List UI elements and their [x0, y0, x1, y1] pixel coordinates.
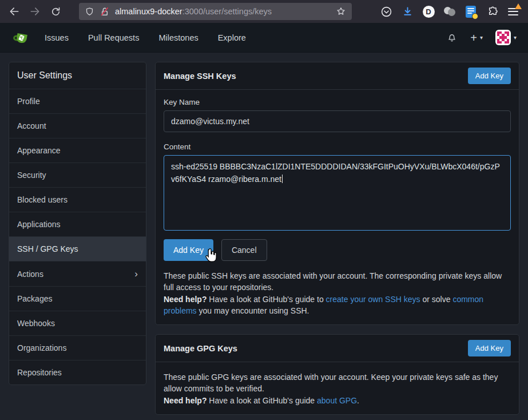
ssh-help-pre: Have a look at GitHub's guide to: [207, 295, 325, 304]
ssh-help-post: you may encounter using SSH.: [197, 306, 309, 315]
sidebar-item-appearance[interactable]: Appearance: [9, 138, 146, 163]
need-help-label: Need help?: [164, 295, 207, 304]
ssh-help-text: These public SSH keys are associated wit…: [164, 270, 511, 316]
sidebar-title: User Settings: [9, 62, 146, 89]
key-name-label: Key Name: [164, 98, 511, 106]
settings-page: User Settings Profile Account Appearance…: [0, 53, 528, 420]
sidebar-item-label: Packages: [17, 294, 52, 303]
chevron-down-icon: ▾: [514, 34, 517, 41]
create-new-menu[interactable]: + ▾: [470, 32, 483, 43]
document-glyph: [466, 6, 476, 18]
url-host: almalinux9-docker: [115, 7, 182, 16]
gpg-keys-panel: Manage GPG Keys Add Key These public GPG…: [155, 334, 519, 415]
sidebar-item-label: Repositories: [17, 368, 62, 377]
nav-link-milestones[interactable]: Milestones: [158, 33, 198, 42]
sidebar-item-account[interactable]: Account: [9, 113, 146, 138]
extension-document-icon[interactable]: [464, 5, 478, 18]
sidebar-item-webhooks[interactable]: Webhooks: [9, 311, 146, 335]
url-bar[interactable]: almalinux9-docker:3000/user/settings/key…: [79, 3, 352, 20]
key-name-input[interactable]: [164, 110, 511, 132]
update-badge: [515, 3, 522, 9]
sidebar-item-organizations[interactable]: Organizations: [9, 335, 146, 360]
gitea-logo[interactable]: [11, 29, 30, 47]
gpg-help-post: .: [357, 396, 359, 405]
gpg-panel-header: Manage GPG Keys Add Key: [156, 335, 519, 362]
user-menu[interactable]: ▾: [495, 30, 517, 45]
browser-extension-area: D: [379, 5, 521, 18]
d-letter: D: [423, 6, 435, 18]
extensions-puzzle-icon[interactable]: [485, 5, 499, 18]
reload-button[interactable]: [48, 4, 63, 19]
create-ssh-keys-link[interactable]: create your own SSH keys: [326, 295, 420, 304]
download-icon[interactable]: [400, 5, 414, 18]
chevron-down-icon: ▾: [480, 34, 483, 41]
shield-icon[interactable]: [85, 7, 94, 17]
nav-link-explore[interactable]: Explore: [218, 33, 246, 42]
sidebar-item-blocked-users[interactable]: Blocked users: [9, 187, 146, 212]
url-text[interactable]: almalinux9-docker:3000/user/settings/key…: [115, 7, 272, 16]
sidebar-item-label: Organizations: [17, 343, 66, 352]
back-button[interactable]: [7, 4, 22, 19]
need-help-label: Need help?: [164, 396, 207, 405]
gpg-help-text: These public GPG keys are associated wit…: [164, 371, 511, 406]
sidebar-item-applications[interactable]: Applications: [9, 212, 146, 236]
nav-link-pull-requests[interactable]: Pull Requests: [88, 33, 139, 42]
text-caret: [282, 175, 283, 183]
nav-right: + ▾ ▾: [446, 30, 517, 45]
ssh-panel-body: Key Name Content ssh-ed25519 BBBBC3NzaC1…: [156, 90, 519, 324]
gpg-add-key-header-button[interactable]: Add Key: [468, 340, 511, 356]
sidebar-item-label: SSH / GPG Keys: [17, 244, 78, 253]
sidebar-item-label: Account: [17, 121, 46, 130]
browser-toolbar: almalinux9-docker:3000/user/settings/key…: [0, 0, 528, 23]
ssh-panel-header: Manage SSH Keys Add Key: [156, 62, 519, 90]
ssh-add-key-header-button[interactable]: Add Key: [468, 68, 511, 84]
settings-main: Manage SSH Keys Add Key Key Name Content…: [155, 62, 519, 415]
sidebar-item-packages[interactable]: Packages: [9, 286, 146, 311]
ssh-keys-panel: Manage SSH Keys Add Key Key Name Content…: [155, 62, 519, 325]
key-content-textarea[interactable]: ssh-ed25519 BBBBC3NzaC1lZDI1NTE5DDDDIDAN…: [164, 155, 511, 231]
gpg-help-pre: Have a look at GitHub's guide: [207, 396, 317, 405]
menu-icon[interactable]: [506, 5, 520, 18]
ssh-help-line1: These public SSH keys are associated wit…: [164, 271, 502, 292]
insecure-lock-icon[interactable]: [100, 6, 110, 17]
forward-button[interactable]: [27, 4, 42, 19]
bookmark-star-icon[interactable]: [336, 6, 346, 17]
key-content-text: ssh-ed25519 BBBBC3NzaC1lZDI1NTE5DDDDIDAN…: [171, 162, 500, 184]
sidebar-item-label: Appearance: [17, 146, 61, 155]
sidebar-item-profile[interactable]: Profile: [9, 89, 146, 113]
extension-gray-icon[interactable]: [443, 5, 456, 18]
gray-circles-glyph: [443, 5, 456, 18]
sidebar-item-label: Blocked users: [17, 195, 68, 204]
gpg-help-line1: These public GPG keys are associated wit…: [164, 373, 498, 393]
gpg-panel-body: These public GPG keys are associated wit…: [156, 362, 519, 414]
back-arrow-icon: [9, 6, 20, 17]
form-buttons: Add Key Cancel: [164, 239, 511, 261]
sidebar-item-actions[interactable]: Actions›: [9, 261, 146, 286]
sidebar-item-ssh-gpg-keys[interactable]: SSH / GPG Keys: [9, 236, 146, 261]
nav-link-issues[interactable]: Issues: [45, 33, 69, 42]
chevron-right-icon: ›: [134, 269, 138, 279]
about-gpg-link[interactable]: about GPG: [317, 396, 357, 405]
add-key-submit-button[interactable]: Add Key: [164, 239, 213, 261]
nav-links: Issues Pull Requests Milestones Explore: [45, 33, 246, 42]
pocket-icon[interactable]: [379, 5, 393, 18]
sidebar-item-repositories[interactable]: Repositories: [9, 360, 146, 385]
avatar: [495, 30, 511, 45]
sidebar-item-label: Webhooks: [17, 319, 55, 328]
document-badge: [472, 13, 478, 19]
notifications-bell-icon[interactable]: [446, 32, 458, 43]
sidebar-item-label: Applications: [17, 220, 61, 229]
sidebar-item-label: Actions: [17, 270, 43, 279]
sidebar-item-label: Profile: [17, 97, 40, 106]
reload-icon: [50, 6, 61, 17]
ssh-help-mid: or solve: [420, 295, 453, 304]
ssh-panel-title: Manage SSH Keys: [164, 72, 236, 81]
cancel-button[interactable]: Cancel: [221, 239, 267, 261]
sidebar-item-label: Security: [17, 171, 46, 180]
settings-sidebar: User Settings Profile Account Appearance…: [9, 62, 146, 385]
url-path: :3000/user/settings/keys: [182, 7, 272, 16]
sidebar-item-security[interactable]: Security: [9, 163, 146, 187]
extension-d-icon[interactable]: D: [422, 5, 435, 18]
plus-icon: +: [470, 32, 477, 43]
gitea-navbar: Issues Pull Requests Milestones Explore …: [0, 23, 528, 53]
